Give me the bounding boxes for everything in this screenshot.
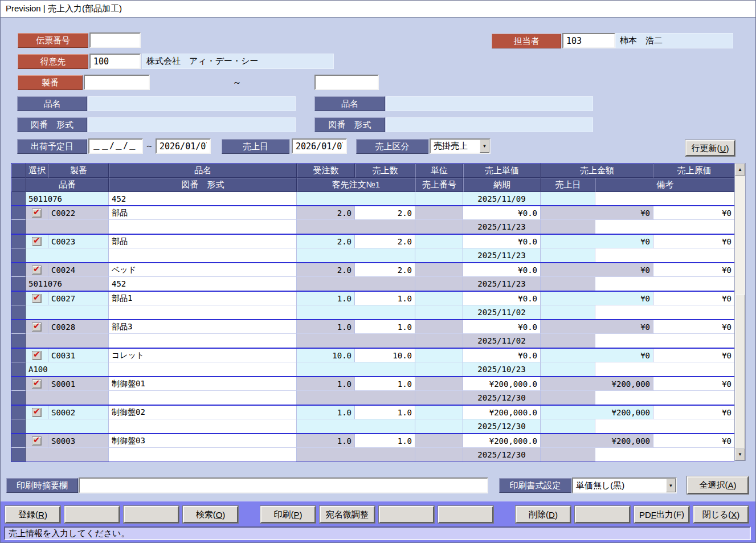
cell-nouki: 2025/11/02	[463, 334, 541, 348]
zuban-left-label: 図番 形式	[17, 117, 87, 132]
vertical-scrollbar[interactable]: ▲ ▼	[734, 163, 746, 461]
cell-remark	[595, 334, 735, 348]
cell-sales-no	[415, 248, 463, 262]
blank-button-4[interactable]	[438, 506, 493, 523]
row-select-checkbox[interactable]: ✔	[32, 266, 42, 275]
cell-unit	[415, 434, 463, 448]
cell-nouki: 2025/11/23	[463, 220, 541, 234]
row-update-button[interactable]: 行更新(U)	[685, 140, 735, 156]
cell-sales-date	[541, 448, 595, 462]
blank-button-3[interactable]	[379, 506, 434, 523]
check-icon: ✔	[33, 378, 40, 388]
table-record[interactable]: ✔C0028部品31.01.0¥0.0¥0¥02025/11/02	[11, 319, 734, 348]
header-cell: 売上単価	[463, 164, 541, 178]
cell-zuban-keishiki	[109, 391, 297, 405]
header-cell: 図番 形式	[109, 178, 297, 192]
blank-button-1[interactable]	[64, 506, 120, 523]
table-record[interactable]: ✔C0031コレット10.010.0¥0.0¥0¥0A1002025/10/23	[11, 348, 734, 376]
row-head	[11, 220, 26, 234]
cell-sales-date	[541, 362, 595, 376]
cell-hinban	[26, 419, 109, 433]
header-cell: 選択	[26, 164, 48, 178]
app-window: Prevision | 売上入力(部品加工) 伝票番号 担当者 柿本 浩二 得意…	[0, 0, 756, 543]
row-select-checkbox[interactable]: ✔	[32, 237, 42, 246]
ship-date-to-input[interactable]	[156, 138, 211, 154]
blank-button-5[interactable]	[575, 506, 630, 523]
table-record[interactable]: ✔S0001制御盤011.01.0¥200,000.0¥200,000¥0202…	[11, 376, 734, 405]
cell-sales-qty: 10.0	[355, 349, 415, 362]
sales-date-input[interactable]	[292, 138, 347, 154]
scroll-up-icon[interactable]: ▲	[735, 164, 745, 175]
print-button[interactable]: 印刷(P)	[260, 506, 316, 523]
slip-no-label: 伝票番号	[18, 33, 88, 48]
table-record-partial[interactable]: 50110764522025/11/09	[11, 192, 734, 205]
row-select-checkbox[interactable]: ✔	[32, 436, 42, 446]
print-summary-input[interactable]	[79, 477, 488, 493]
row-select-checkbox[interactable]: ✔	[32, 379, 42, 389]
cell-order-qty: 2.0	[297, 263, 355, 277]
ship-date-from-input[interactable]	[88, 138, 143, 154]
row-select-checkbox[interactable]: ✔	[32, 351, 42, 360]
address-adjust-button[interactable]: 宛名微調整	[320, 506, 375, 523]
seiban-from-input[interactable]	[84, 75, 150, 90]
cell-remark	[595, 448, 735, 462]
print-format-select[interactable]: 単価無し(黒) ▼	[572, 477, 677, 493]
table-record[interactable]: ✔C0027部品11.01.0¥0.0¥0¥02025/11/02	[11, 291, 734, 319]
search-button[interactable]: 検索(O)	[183, 506, 238, 523]
table-record[interactable]: ✔S0003制御盤031.01.0¥200,000.0¥200,000¥0202…	[11, 433, 734, 462]
row-select-checkbox[interactable]: ✔	[32, 209, 42, 218]
table-record[interactable]: ✔S0002制御盤021.01.0¥200,000.0¥200,000¥0202…	[11, 405, 734, 433]
header-cell: 品番	[26, 178, 109, 192]
chevron-down-icon[interactable]: ▼	[480, 140, 489, 153]
row-select-checkbox[interactable]: ✔	[32, 294, 42, 303]
row-select-checkbox[interactable]: ✔	[32, 322, 42, 332]
row-select-checkbox[interactable]: ✔	[32, 408, 42, 417]
cell-sales-date	[541, 220, 595, 234]
print-format-value: 単価無し(黒)	[573, 479, 666, 492]
cell-remark	[595, 362, 735, 376]
cell-nouki: 2025/11/23	[463, 248, 541, 262]
cell-cost: ¥0	[653, 263, 735, 277]
scroll-down-icon[interactable]: ▼	[735, 448, 745, 460]
cell-remark	[595, 192, 735, 205]
staff-code-input[interactable]	[562, 33, 615, 48]
delete-button[interactable]: 削除(D)	[516, 506, 571, 523]
sales-category-select[interactable]: 売掛売上 ▼	[430, 138, 491, 154]
close-button[interactable]: 閉じる(X)	[693, 506, 749, 523]
customer-code-input[interactable]	[89, 54, 141, 69]
cell-sales-date	[541, 305, 595, 319]
scrollbar-thumb[interactable]	[735, 295, 745, 448]
cell-remark	[595, 220, 735, 234]
seiban-to-input[interactable]	[314, 75, 379, 90]
cell-remark	[595, 248, 735, 262]
cell-customer-order	[297, 192, 415, 205]
zuban-left-display	[88, 117, 296, 132]
table-record[interactable]: ✔C0024ベッド2.02.0¥0.0¥0¥050110764522025/11…	[11, 262, 734, 291]
register-button[interactable]: 登録(R)	[5, 506, 60, 523]
cell-sales-no	[415, 419, 463, 433]
table-record[interactable]: ✔C0023部品2.02.0¥0.0¥0¥02025/11/23	[11, 234, 734, 262]
cell-hinmei: コレット	[109, 349, 297, 362]
table-record[interactable]: ✔C0022部品2.02.0¥0.0¥0¥02025/11/23	[11, 205, 734, 234]
customer-label: 得意先	[18, 54, 88, 69]
cell-hinban	[26, 448, 109, 462]
pdf-output-button[interactable]: PDF出力(F)	[634, 506, 689, 523]
sales-date-label: 売上日	[222, 139, 289, 154]
cell-sales-date	[541, 277, 595, 291]
cell-amount: ¥200,000	[541, 406, 653, 419]
cell-cost: ¥0	[653, 235, 735, 248]
cell-unit-price: ¥0.0	[463, 235, 541, 248]
header-cell: 品名	[109, 164, 297, 178]
chevron-down-icon[interactable]: ▼	[666, 479, 676, 492]
blank-button-2[interactable]	[124, 506, 179, 523]
cell-sales-no	[415, 391, 463, 405]
cell-order-qty: 2.0	[297, 235, 355, 248]
slip-no-input[interactable]	[89, 32, 141, 48]
cell-cost: ¥0	[653, 349, 735, 362]
cell-order-qty: 2.0	[297, 206, 355, 220]
button-gap	[497, 506, 516, 523]
window-title-bar[interactable]: Prevision | 売上入力(部品加工)	[1, 1, 755, 18]
select-all-button[interactable]: 全選択(A)	[687, 476, 749, 494]
cell-customer-order	[297, 448, 415, 462]
sales-category-value: 売掛売上	[431, 140, 480, 153]
